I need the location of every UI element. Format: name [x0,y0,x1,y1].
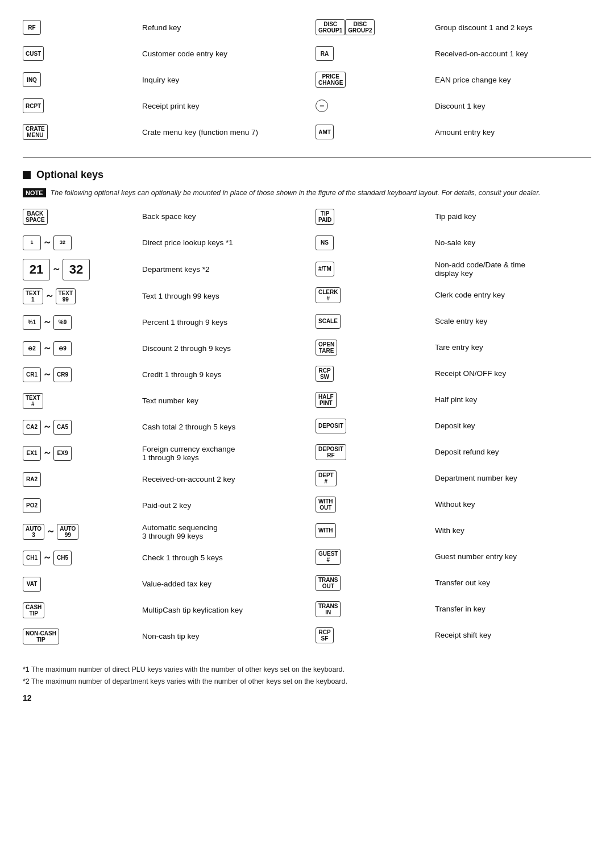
key-scale: SCALE [316,314,341,329]
key-auto3: AUTO 3 [23,524,44,540]
entry-keys: VAT [23,577,142,592]
tilde-symbol: ～ [45,290,54,302]
top-right: DISC GROUP1DISC GROUP2Group discount 1 a… [310,17,591,148]
key-32: 32 [53,235,72,250]
entry-row: TEXT #Text number key [23,391,298,411]
key-description: Receipt ON/OFF key [435,369,591,378]
key-description: Value-added tax key [142,580,298,588]
section-heading: Optional keys [23,169,591,181]
note-box: NOTE The following optional keys can opt… [23,188,591,199]
key-description: Received-on-account 2 key [142,475,298,483]
key-description: Deposit key [435,421,591,430]
entry-keys: RA [316,46,435,61]
entry-row: 1～32Direct price lookup keys *1 [23,233,298,253]
key-ca5: CA5 [53,420,72,435]
entry-keys: NON-CASH TIP [23,629,142,644]
entry-row: RCP SWReceipt ON/OFF key [316,363,591,384]
key-ca2: CA2 [23,420,41,435]
footnotes: *1 The maximum number of direct PLU keys… [23,664,591,688]
key-discgroup1: DISC GROUP1 [316,19,345,35]
footnote: *2 The maximum number of department keys… [23,676,591,688]
entry-row: CASH TIPMultipCash tip keylication key [23,600,298,621]
key-noncashtip: NON-CASH TIP [23,629,59,644]
entry-row: RAReceived-on-account 1 key [316,43,591,64]
key-1: %1 [23,315,41,330]
entry-row: OPEN TARETare entry key [316,337,591,358]
entry-row: RCPTReceipt print key [23,96,298,116]
entry-keys: AMT [316,125,435,139]
key-description: Check 1 through 5 keys [142,553,298,562]
key-description: Direct price lookup keys *1 [142,238,298,247]
key-transin: TRANS IN [316,601,341,617]
key-description: MultipCash tip keylication key [142,606,298,614]
key-description: Receipt shift key [435,631,591,639]
opt-right: TIP PAIDTip paid keyNSNo-sale key#/TMNon… [310,206,591,652]
entry-row: RCP SFReceipt shift key [316,625,591,646]
entry-row: 21～32Department keys *2 [23,259,298,280]
entry-row: AUTO 3～AUTO 99Automatic sequencing 3 thr… [23,522,298,542]
entry-row: NON-CASH TIPNon-cash tip key [23,626,298,647]
key-description: Cash total 2 through 5 keys [142,423,298,431]
key-text1: TEXT 1 [23,288,43,304]
top-section: RFRefund keyCUSTCustomer code entry keyI… [23,17,591,148]
key-description: Customer code entry key [142,49,298,58]
key-dept: DEPT # [316,470,337,486]
tilde-symbol: ～ [43,421,52,433]
key-rf: RF [23,20,41,35]
key-ex9: EX9 [53,446,72,461]
tilde-symbol: ～ [43,552,52,564]
entry-keys: RF [23,20,142,35]
tilde-symbol: ～ [46,526,55,538]
key-text: TEXT # [23,393,43,409]
entry-keys: DISC GROUP1DISC GROUP2 [316,19,435,35]
entry-keys: EX1～EX9 [23,446,142,461]
key-ex1: EX1 [23,446,41,461]
key-without: WITH OUT [316,497,336,512]
entry-row: TRANS OUTTransfer out key [316,573,591,593]
key-description: Discount 2 through 9 keys [142,344,298,353]
entry-keys: CRATE MENU [23,124,142,140]
key-clerk: CLERK # [316,287,341,303]
key-tippaid: TIP PAID [316,209,334,225]
key-description: Received-on-account 1 key [435,49,591,58]
top-left: RFRefund keyCUSTCustomer code entry keyI… [23,17,310,148]
entry-keys: GUEST # [316,549,435,565]
entry-keys: 1～32 [23,235,142,250]
note-label: NOTE [23,188,46,197]
key-ns: NS [316,235,334,250]
tilde-symbol: ～ [43,316,52,328]
entry-keys: DEPOSIT [316,419,435,433]
entry-keys: CR1～CR9 [23,367,142,382]
key-description: Credit 1 through 9 keys [142,370,298,379]
key-description: Group discount 1 and 2 keys [435,23,591,32]
tilde-symbol: ～ [52,263,61,275]
entry-keys: WITH [316,523,435,538]
entry-keys: CLERK # [316,287,435,303]
key-deposit: DEPOSIT [316,419,346,433]
entry-row: %1～%9Percent 1 through 9 keys [23,312,298,333]
entry-keys: CASH TIP [23,602,142,618]
key-32: 32 [63,259,90,280]
entry-keys: TIP PAID [316,209,435,225]
entry-row: INQInquiry key [23,69,298,90]
entry-keys: SCALE [316,314,435,329]
footnote: *1 The maximum number of direct PLU keys… [23,664,591,676]
key-guest: GUEST # [316,549,341,565]
key-21: 21 [23,259,50,280]
key-description: Clerk code entry key [435,291,591,299]
key-pricechange: PRICE CHANGE [316,72,346,88]
key-theta9: ⊖9 [53,341,72,356]
tilde-symbol: ～ [43,237,52,249]
entry-keys: PRICE CHANGE [316,72,435,88]
key-auto99: AUTO 99 [57,524,78,540]
entry-keys: AUTO 3～AUTO 99 [23,524,142,540]
entry-keys: #/TM [316,262,435,276]
key-description: Department number key [435,474,591,482]
entry-keys: TRANS IN [316,601,435,617]
key-opentare: OPEN TARE [316,340,337,356]
key-rcpt: RCPT [23,98,44,113]
key-description: Text number key [142,396,298,405]
entry-keys: TRANS OUT [316,575,435,591]
key-description: Without key [435,500,591,509]
key-description: Back space key [142,212,298,221]
